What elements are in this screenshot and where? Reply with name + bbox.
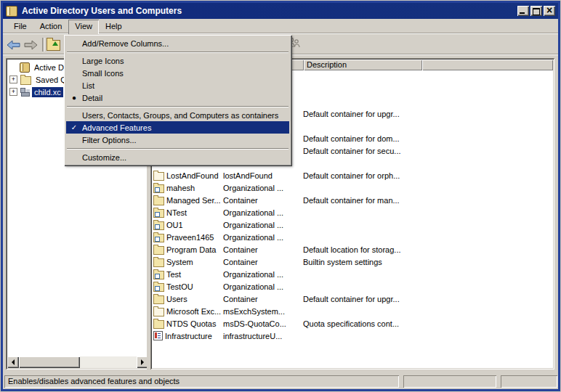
- tree-hscrollbar[interactable]: [7, 356, 148, 368]
- window-controls: [517, 6, 555, 16]
- folder-icon: [153, 258, 164, 267]
- name-cell: Users: [152, 294, 221, 304]
- scrollbar-thumb[interactable]: [19, 356, 80, 368]
- menu-item-label: Add/Remove Columns...: [82, 39, 169, 48]
- toolbar-separator: [42, 38, 44, 52]
- list-row-managed-ser[interactable]: Managed Ser...ContainerDefault container…: [152, 194, 553, 206]
- type-cell: Organizational ...: [221, 233, 296, 242]
- view-menu: Add/Remove Columns...Large IconsSmall Ic…: [64, 35, 291, 166]
- column-header-filler: [422, 60, 553, 70]
- right-arrow-icon: [141, 359, 144, 365]
- view-menu-item-list[interactable]: List: [66, 79, 289, 91]
- column-header-description[interactable]: Description: [304, 60, 422, 70]
- status-text: Enables/disables advanced features and o…: [4, 375, 399, 388]
- name-cell: TestOU: [152, 282, 221, 292]
- name-cell: Praveen1465: [152, 232, 221, 242]
- name-cell: mahesh: [152, 183, 221, 193]
- aduc-window: Active Directory Users and Computers Fil…: [0, 0, 561, 392]
- status-cell-2: [403, 375, 496, 388]
- menu-view[interactable]: View: [68, 20, 99, 35]
- type-cell: Organizational ...: [221, 184, 296, 192]
- description-cell: Default location for storag...: [296, 245, 553, 254]
- item-name: NTDS Quotas: [166, 319, 216, 328]
- title-bar: Active Directory Users and Computers: [3, 3, 558, 19]
- folder-icon: [153, 295, 164, 304]
- status-bar: Enables/disables advanced features and o…: [3, 373, 558, 389]
- list-row-ntest[interactable]: NTestOrganizational ...: [152, 206, 553, 219]
- back-button[interactable]: [5, 38, 21, 52]
- name-cell: LostAndFound: [152, 171, 221, 181]
- description-cell: Default container for secu...: [296, 147, 553, 155]
- menu-file[interactable]: File: [7, 20, 33, 35]
- list-row-ou1[interactable]: OU1Organizational ...: [152, 219, 553, 231]
- item-name: LostAndFound: [166, 171, 219, 180]
- item-name: Infrastructure: [165, 332, 212, 340]
- forward-arrow-icon: [24, 40, 38, 50]
- scroll-left-button[interactable]: [7, 356, 19, 368]
- name-cell: System: [152, 257, 221, 267]
- org-unit-folder-icon: [153, 283, 164, 292]
- console-icon: [20, 62, 30, 73]
- minimize-button[interactable]: [517, 6, 529, 16]
- list-row-praveen1465[interactable]: Praveen1465Organizational ...: [152, 231, 553, 243]
- folder-icon: [153, 197, 164, 205]
- name-cell: Program Data: [152, 245, 221, 255]
- name-cell: OU1: [152, 220, 221, 230]
- up-one-level-folder-icon: [47, 40, 60, 51]
- view-menu-item-filter-options[interactable]: Filter Options...: [66, 134, 289, 146]
- view-menu-item-add-remove-columns[interactable]: Add/Remove Columns...: [66, 37, 289, 49]
- back-arrow-icon: [7, 40, 20, 50]
- name-cell: Test: [152, 269, 221, 279]
- item-name: TestOU: [166, 282, 193, 291]
- view-menu-item-customize[interactable]: Customize...: [66, 151, 289, 163]
- item-name: Test: [166, 270, 181, 279]
- view-menu-item-small-icons[interactable]: Small Icons: [66, 67, 289, 79]
- list-row-testou[interactable]: TestOUOrganizational ...: [152, 280, 553, 293]
- description-cell: Default container for man...: [296, 196, 553, 205]
- infrastructure-icon: [153, 331, 163, 340]
- list-row-users[interactable]: UsersContainerDefault container for upgr…: [152, 293, 553, 305]
- type-cell: lostAndFound: [221, 171, 296, 180]
- type-cell: Container: [221, 245, 296, 254]
- menu-help[interactable]: Help: [99, 20, 129, 35]
- menu-item-label: Detail: [82, 94, 102, 102]
- domain-icon: [20, 88, 30, 97]
- folder-icon: [153, 172, 164, 181]
- item-name: mahesh: [166, 184, 195, 192]
- list-row-mahesh[interactable]: maheshOrganizational ...: [152, 181, 553, 194]
- org-unit-folder-icon: [153, 271, 164, 279]
- org-unit-folder-icon: [153, 234, 164, 242]
- folder-icon: [153, 320, 164, 329]
- view-menu-item-detail[interactable]: ●Detail: [66, 91, 289, 104]
- forward-button[interactable]: [23, 38, 39, 52]
- expand-plus-icon[interactable]: +: [9, 88, 17, 96]
- type-cell: msExchSystem...: [221, 307, 296, 316]
- name-cell: NTest: [152, 208, 221, 218]
- list-row-ntds-quotas[interactable]: NTDS QuotasmsDS-QuotaCo...Quota specific…: [152, 317, 553, 330]
- list-row-test[interactable]: TestOrganizational ...: [152, 268, 553, 280]
- type-cell: Container: [221, 196, 296, 205]
- item-name: Program Data: [166, 245, 216, 254]
- maximize-button[interactable]: [530, 6, 542, 16]
- description-cell: Default container for orph...: [296, 171, 553, 180]
- view-menu-item-advanced-features[interactable]: ✓Advanced Features: [66, 121, 289, 134]
- menu-action[interactable]: Action: [33, 20, 69, 35]
- list-row-lostandfound[interactable]: LostAndFoundlostAndFoundDefault containe…: [152, 169, 553, 181]
- list-row-program-data[interactable]: Program DataContainerDefault location fo…: [152, 243, 553, 256]
- view-menu-item-large-icons[interactable]: Large Icons: [66, 54, 289, 67]
- list-row-microsoft-exc[interactable]: Microsoft Exc...msExchSystem...: [152, 305, 553, 317]
- up-one-level-button[interactable]: [45, 38, 61, 52]
- type-cell: Organizational ...: [221, 270, 296, 279]
- tree-item-label: child.xc: [32, 87, 63, 97]
- menu-separator: [67, 148, 288, 149]
- description-cell: Default container for upgr...: [296, 110, 553, 118]
- name-cell: Managed Ser...: [152, 195, 221, 205]
- close-button[interactable]: [544, 6, 555, 16]
- menu-item-label: List: [82, 81, 94, 90]
- list-row-system[interactable]: SystemContainerBuiltin system settings: [152, 256, 553, 268]
- list-row-infrastructure[interactable]: InfrastructureinfrastructureU...: [152, 330, 553, 342]
- view-menu-item-users-contacts-groups-and-computers-as-containers[interactable]: Users, Contacts, Groups, and Computers a…: [66, 109, 289, 121]
- folder-icon: [20, 76, 31, 85]
- item-name: Managed Ser...: [166, 196, 221, 205]
- expand-plus-icon[interactable]: +: [9, 75, 17, 83]
